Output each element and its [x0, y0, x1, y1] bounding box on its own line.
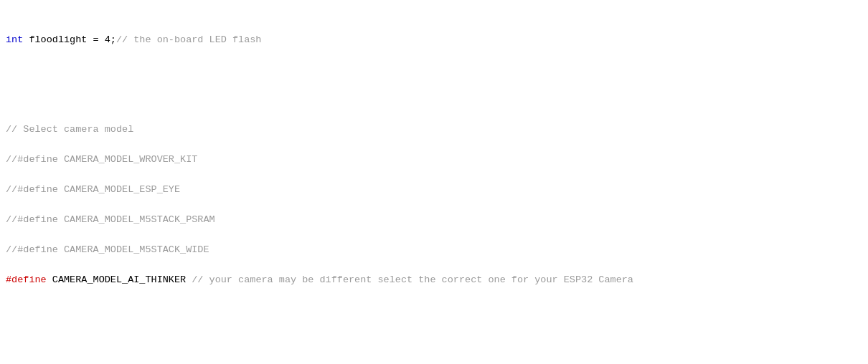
line-commented-esp-eye: //#define CAMERA_MODEL_ESP_EYE: [6, 183, 862, 198]
line-commented-m5stack-psram: //#define CAMERA_MODEL_M5STACK_PSRAM: [6, 213, 862, 228]
line-define-ai-thinker: #define CAMERA_MODEL_AI_THINKER // your …: [6, 273, 862, 288]
line-floodlight: int floodlight = 4;// the on-board LED f…: [6, 33, 862, 48]
line-blank-2: [6, 317, 862, 332]
line-commented-m5stack-wide: //#define CAMERA_MODEL_M5STACK_WIDE: [6, 243, 862, 258]
code-editor: int floodlight = 4;// the on-board LED f…: [6, 3, 862, 364]
line-blank-1: [6, 78, 862, 93]
line-commented-wrover: //#define CAMERA_MODEL_WROVER_KIT: [6, 153, 862, 168]
line-comment-camera: // Select camera model: [6, 123, 862, 138]
